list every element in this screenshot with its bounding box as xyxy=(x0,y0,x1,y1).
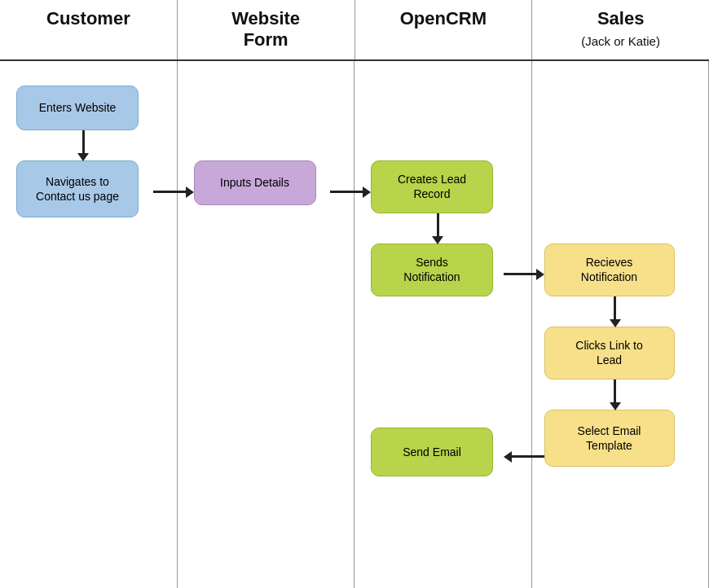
navigates-contact-label: Navigates toContact us page xyxy=(36,174,119,204)
arrow-shaft-2 xyxy=(437,213,439,236)
col-header-opencrm-label: OpenCRM xyxy=(400,8,487,29)
arrow-shaft xyxy=(82,130,85,153)
col-header-website-label: WebsiteForm xyxy=(231,8,300,50)
header-row: Customer WebsiteForm OpenCRM Sales(Jack … xyxy=(0,0,709,61)
body-row: Enters Website Navigates toContact us pa… xyxy=(0,61,709,588)
lane-opencrm: Creates LeadRecord SendsNotification Sen… xyxy=(354,61,532,588)
lane-customer: Enters Website Navigates toContact us pa… xyxy=(0,61,178,588)
clicks-link-label: Clicks Link toLead xyxy=(575,338,642,367)
col-header-opencrm: OpenCRM xyxy=(355,0,533,59)
arrow-head-cross-1 xyxy=(186,186,194,198)
box-send-email: Send Email xyxy=(371,428,493,476)
diagram: Customer WebsiteForm OpenCRM Sales(Jack … xyxy=(0,0,709,588)
arrow-head-cross-4 xyxy=(504,451,512,463)
box-receives-notification: RecievesNotification xyxy=(544,244,675,296)
arrow-shaft-4 xyxy=(614,380,616,402)
arrow-creates-to-sends xyxy=(432,213,443,244)
box-enters-website: Enters Website xyxy=(16,86,139,130)
lane-website-form: Inputs Details xyxy=(178,61,355,588)
arrow-receives-to-clicks xyxy=(610,296,621,327)
arrow-shaft-3 xyxy=(614,296,616,319)
arrow-shaft-cross-1 xyxy=(153,191,186,193)
box-select-email-template: Select EmailTemplate xyxy=(544,410,675,467)
arrow-head-2 xyxy=(432,236,443,244)
col-header-sales-label: Sales(Jack or Katie) xyxy=(581,8,660,50)
send-email-label: Send Email xyxy=(403,445,461,459)
arrow-enters-to-navigates xyxy=(77,130,89,161)
col-header-sales: Sales(Jack or Katie) xyxy=(532,0,709,59)
col-header-website: WebsiteForm xyxy=(178,0,355,59)
box-clicks-link: Clicks Link toLead xyxy=(544,327,675,380)
enters-website-label: Enters Website xyxy=(39,100,117,115)
arrow-shaft-cross-2 xyxy=(330,191,363,193)
arrow-sends-to-receives xyxy=(504,269,544,280)
arrow-select-to-send xyxy=(504,451,544,463)
arrow-head-cross-3 xyxy=(536,269,544,280)
inputs-details-label: Inputs Details xyxy=(220,175,289,190)
arrow-navigates-to-inputs xyxy=(153,186,194,198)
arrow-shaft-cross-3 xyxy=(504,273,536,275)
box-inputs-details: Inputs Details xyxy=(194,160,316,205)
box-sends-notification: SendsNotification xyxy=(371,244,493,296)
arrow-head-cross-2 xyxy=(363,186,371,198)
arrow-head-4 xyxy=(610,402,621,410)
sends-notification-label: SendsNotification xyxy=(403,255,460,284)
select-email-template-label: Select EmailTemplate xyxy=(578,423,641,453)
box-navigates-contact: Navigates toContact us page xyxy=(16,160,139,217)
col-header-sales-subtitle: (Jack or Katie) xyxy=(581,34,660,48)
receives-notification-label: RecievesNotification xyxy=(581,255,637,284)
col-header-customer: Customer xyxy=(0,0,178,59)
col-header-customer-label: Customer xyxy=(46,8,130,29)
arrow-clicks-to-select xyxy=(610,380,621,410)
lane-sales: RecievesNotification Clicks Link toLead … xyxy=(532,61,710,588)
arrow-head xyxy=(77,153,89,161)
arrow-head-3 xyxy=(610,319,621,327)
creates-lead-label: Creates LeadRecord xyxy=(398,172,466,201)
arrow-inputs-to-creates xyxy=(330,186,371,198)
arrow-shaft-cross-4 xyxy=(512,455,544,458)
box-creates-lead: Creates LeadRecord xyxy=(371,160,493,213)
